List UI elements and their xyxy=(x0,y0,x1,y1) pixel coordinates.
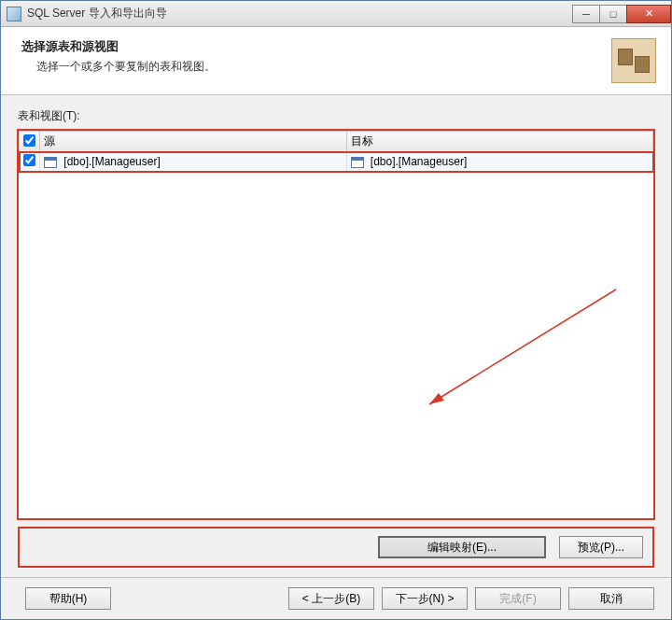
tables-label: 表和视图(T): xyxy=(18,108,654,124)
row-checkbox[interactable] xyxy=(23,154,35,166)
row-source-cell[interactable]: [dbo].[Manageuser] xyxy=(40,152,347,172)
edit-mapping-button[interactable]: 编辑映射(E)... xyxy=(378,536,546,558)
help-button[interactable]: 帮助(H) xyxy=(25,587,111,610)
wizard-header: 选择源表和源视图 选择一个或多个要复制的表和视图。 xyxy=(1,27,671,95)
table-row[interactable]: [dbo].[Manageuser] [dbo].[Manageuser] xyxy=(20,152,653,172)
content-area: 表和视图(T): 源 目标 xyxy=(1,95,671,577)
column-source[interactable]: 源 xyxy=(40,132,347,152)
window-title: SQL Server 导入和导出向导 xyxy=(27,6,573,21)
wizard-window: SQL Server 导入和导出向导 ─ □ ✕ 选择源表和源视图 选择一个或多… xyxy=(0,0,672,620)
select-all-checkbox[interactable] xyxy=(23,134,35,147)
row-target-text: [dbo].[Manageuser] xyxy=(371,155,467,168)
page-title: 选择源表和源视图 xyxy=(21,38,611,55)
window-buttons: ─ □ ✕ xyxy=(573,5,671,23)
column-target[interactable]: 目标 xyxy=(346,132,653,152)
table-icon xyxy=(44,157,57,168)
table-icon xyxy=(351,157,364,168)
close-button[interactable]: ✕ xyxy=(626,5,671,23)
wizard-footer: 帮助(H) < 上一步(B) 下一步(N) > 完成(F) 取消 xyxy=(1,577,671,619)
row-target-cell[interactable]: [dbo].[Manageuser] xyxy=(346,152,653,172)
next-button[interactable]: 下一步(N) > xyxy=(382,587,468,610)
header-checkbox-cell[interactable] xyxy=(20,132,40,152)
maximize-button[interactable]: □ xyxy=(599,5,627,23)
header-icon xyxy=(611,38,656,83)
preview-button[interactable]: 预览(P)... xyxy=(559,536,643,558)
cancel-button[interactable]: 取消 xyxy=(568,587,654,610)
back-button[interactable]: < 上一步(B) xyxy=(288,587,374,610)
row-checkbox-cell[interactable] xyxy=(20,152,40,172)
app-icon xyxy=(7,7,21,21)
page-subtitle: 选择一个或多个要复制的表和视图。 xyxy=(36,59,611,75)
tables-grid[interactable]: 源 目标 [dbo].[Manageuser] xyxy=(18,130,654,519)
row-source-text: [dbo].[Manageuser] xyxy=(63,155,160,168)
titlebar[interactable]: SQL Server 导入和导出向导 ─ □ ✕ xyxy=(1,1,671,27)
minimize-button[interactable]: ─ xyxy=(572,5,600,23)
table-header-row: 源 目标 xyxy=(20,132,653,152)
mapping-actions: 编辑映射(E)... 预览(P)... xyxy=(18,527,654,568)
finish-button[interactable]: 完成(F) xyxy=(475,587,561,610)
